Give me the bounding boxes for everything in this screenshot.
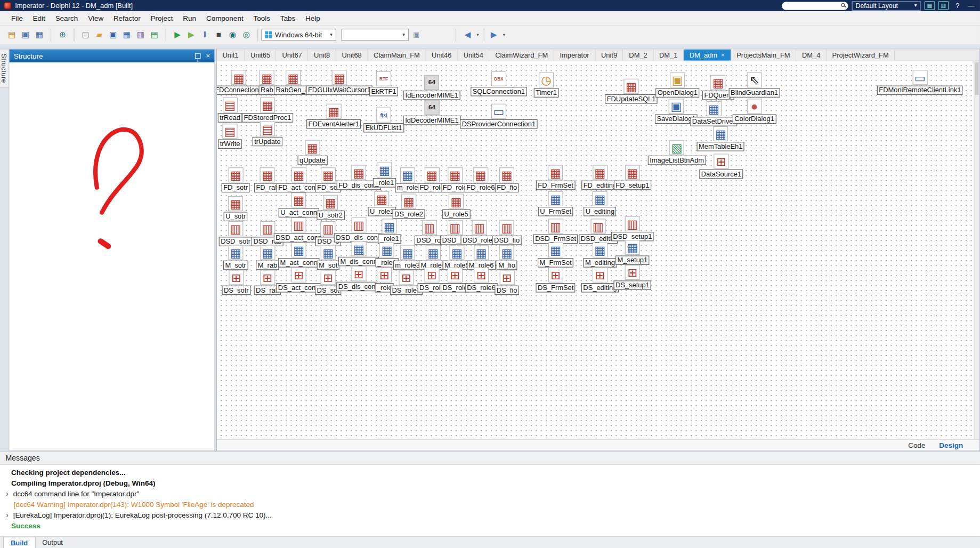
component-label[interactable]: EkUDFList1	[363, 123, 404, 133]
mem-icon[interactable]: ▦	[382, 219, 397, 233]
mem-icon[interactable]: ▦	[449, 245, 464, 260]
message-line[interactable]: [dcc64 Warning] Imperator.dpr(143): W100…	[0, 498, 980, 509]
structure-dock-tab[interactable]: Structure	[0, 49, 9, 88]
message-line[interactable]: Compiling Imperator.dproj (Debug, Win64)	[0, 478, 980, 488]
expander-icon[interactable]: ›	[4, 511, 11, 518]
fd-icon[interactable]: ▦	[228, 167, 243, 182]
ide-search-box[interactable]	[782, 2, 848, 10]
new-file-button[interactable]: ▢	[79, 28, 92, 41]
component-label[interactable]: DSD_fio	[492, 236, 522, 245]
component-label[interactable]: _role1	[373, 178, 396, 188]
fd-icon[interactable]: ▦	[260, 70, 274, 85]
mem-icon[interactable]: ▦	[713, 126, 728, 141]
tab-unit67[interactable]: Unit67	[277, 50, 309, 61]
tr-icon[interactable]: ▤	[223, 98, 238, 112]
message-line[interactable]: ›dcc64 command line for "Imperator.dpr"	[0, 488, 980, 498]
tab-imperator[interactable]: Imperator	[554, 50, 595, 61]
tab-claimmain_fm[interactable]: ClaimMain_FM	[368, 50, 426, 61]
component-label[interactable]: DS_sotr	[222, 286, 250, 295]
menu-refactor[interactable]: Refactor	[108, 12, 145, 23]
fd-icon[interactable]: ▦	[291, 192, 306, 207]
mem-icon[interactable]: ▦	[260, 245, 275, 260]
ds-icon[interactable]: ⊞	[474, 268, 489, 283]
menu-view[interactable]: View	[83, 12, 109, 23]
ds-icon[interactable]: ⊞	[229, 270, 244, 285]
component-label[interactable]: DataSetDriver	[690, 117, 737, 126]
trace-into-button[interactable]: ◎	[240, 28, 252, 41]
component-label[interactable]: SQLConnection1	[471, 87, 527, 96]
component-label[interactable]: DataSource1	[699, 170, 743, 179]
tab-unit54[interactable]: Unit54	[458, 50, 490, 61]
mem-icon[interactable]: ▦	[400, 245, 415, 260]
mem-icon[interactable]: ▦	[593, 191, 608, 206]
ds-icon[interactable]: ⊞	[499, 270, 514, 285]
fd-icon[interactable]: ▦	[375, 191, 390, 206]
desktop-layout-icon[interactable]: ▦	[925, 1, 935, 10]
code-view-button[interactable]: Code	[908, 441, 925, 449]
component-label[interactable]: FD_fio	[495, 183, 519, 192]
menu-search[interactable]: Search	[50, 12, 83, 23]
mem-icon[interactable]: ▦	[426, 245, 441, 260]
mem-icon[interactable]: ▦	[379, 243, 394, 257]
prov-icon[interactable]: ▥	[499, 220, 514, 235]
ds-icon[interactable]: ⊞	[625, 265, 640, 280]
tab-projectwizard_fm[interactable]: ProjectWizard_FM	[827, 50, 895, 61]
search-input[interactable]	[782, 2, 848, 10]
close-icon[interactable]: ×	[721, 52, 725, 58]
ds-icon[interactable]: ⊞	[291, 268, 306, 283]
component-label[interactable]: U_role1	[368, 207, 395, 216]
reopen-button[interactable]: ▤	[148, 28, 160, 41]
dlg-icon[interactable]: ▣	[670, 72, 685, 87]
img-icon[interactable]: ▧	[669, 140, 684, 155]
component-label[interactable]: FD_setup1	[614, 181, 651, 190]
mem-icon[interactable]: ▦	[593, 243, 608, 257]
message-line[interactable]: Checking project dependencies...	[0, 467, 980, 478]
fd-icon[interactable]: ▦	[321, 167, 336, 182]
component-label[interactable]: FDUpdateSQL1	[605, 94, 658, 104]
prov-icon[interactable]: ▥	[548, 219, 563, 233]
mem-icon[interactable]: ▦	[377, 163, 392, 178]
platform-selector[interactable]: Windows 64-bit ▾	[261, 29, 336, 41]
b64-icon[interactable]: 64	[424, 100, 439, 115]
fd-icon[interactable]: ▦	[449, 194, 464, 208]
tab-unit8[interactable]: Unit8	[309, 50, 336, 61]
component-label[interactable]: trRead	[218, 113, 242, 123]
expander-icon[interactable]: ›	[4, 489, 11, 497]
fx-icon[interactable]: f(x)	[376, 108, 391, 123]
component-label[interactable]: U_sotr	[224, 212, 248, 221]
pause-button[interactable]: ‖	[199, 28, 211, 41]
menu-component[interactable]: Component	[201, 12, 249, 23]
ds-icon[interactable]: ⊞	[593, 268, 608, 283]
ds-icon[interactable]: ⊞	[424, 268, 439, 283]
save-all-button[interactable]: ▦	[120, 28, 133, 41]
component-label[interactable]: U_act_conn	[279, 208, 319, 217]
message-line[interactable]: Success	[0, 520, 980, 530]
component-label[interactable]: FD_act_conn	[277, 183, 321, 192]
prov-icon[interactable]: ▥	[422, 220, 437, 235]
tr-icon[interactable]: ▤	[223, 124, 238, 139]
mon-icon[interactable]: ▭	[912, 70, 927, 85]
mon-icon[interactable]: ▭	[491, 104, 506, 119]
scrollbar-thumb[interactable]	[975, 62, 979, 95]
prov-icon[interactable]: ▥	[291, 217, 306, 232]
cursor-icon[interactable]: ⇖	[747, 72, 762, 87]
component-label[interactable]: FD_editing	[581, 181, 618, 190]
mem-icon[interactable]: ▦	[548, 243, 563, 257]
menu-help[interactable]: Help	[301, 12, 326, 23]
open-project-button[interactable]: ▣	[19, 28, 31, 41]
fd-icon[interactable]: ▦	[623, 79, 638, 94]
fd-icon[interactable]: ▦	[548, 165, 563, 180]
message-line[interactable]: ›[EurekaLog] Imperator.dproj(1): EurekaL…	[0, 509, 980, 520]
mem-icon[interactable]: ▦	[474, 245, 489, 260]
component-label[interactable]: M_editing	[583, 258, 617, 268]
component-label[interactable]: DS_setup1	[613, 280, 651, 290]
fd-icon[interactable]: ▦	[291, 167, 306, 182]
component-label[interactable]: ColorDialog1	[733, 115, 776, 124]
component-label[interactable]: DS_fio	[495, 286, 519, 295]
tab-dm_1[interactable]: DM_1	[653, 50, 684, 61]
fd-icon[interactable]: ▦	[260, 167, 275, 182]
designer-scrollbar[interactable]	[974, 61, 979, 439]
component-label[interactable]: qUpdate	[297, 156, 327, 165]
component-label[interactable]: U_editing	[584, 207, 617, 216]
component-label[interactable]: M_setup1	[615, 255, 650, 265]
